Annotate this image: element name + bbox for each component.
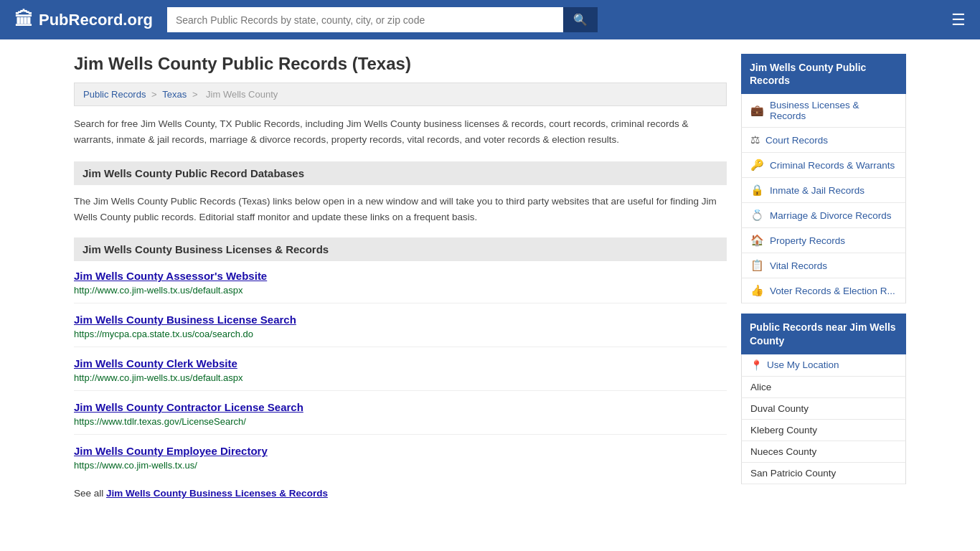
- site-header: 🏛 PubRecord.org 🔍 ☰: [0, 0, 980, 39]
- main-container: Jim Wells County Public Records (Texas) …: [60, 39, 920, 513]
- sidebar-main-title: Jim Wells County Public Records: [741, 54, 906, 94]
- sidebar-main-item[interactable]: ⚖Court Records: [741, 128, 906, 153]
- sidebar-item-label: Court Records: [765, 135, 828, 146]
- sidebar-main-items: 💼Business Licenses & Records⚖Court Recor…: [741, 94, 906, 303]
- site-logo[interactable]: 🏛 PubRecord.org: [14, 9, 153, 31]
- breadcrumb: Public Records > Texas > Jim Wells Count…: [74, 83, 727, 106]
- record-title-link[interactable]: Jim Wells County Employee Directory: [74, 445, 727, 457]
- sidebar-main-item[interactable]: 🔑Criminal Records & Warrants: [741, 153, 906, 178]
- search-input[interactable]: [167, 7, 563, 32]
- breadcrumb-sep-1: >: [151, 89, 159, 100]
- record-url[interactable]: http://www.co.jim-wells.tx.us/default.as…: [74, 372, 243, 383]
- sidebar-main-item[interactable]: 🔒Inmate & Jail Records: [741, 178, 906, 203]
- sidebar-item-icon: 📋: [750, 259, 764, 272]
- see-all-text: See all Jim Wells County Business Licens…: [74, 488, 727, 499]
- breadcrumb-texas[interactable]: Texas: [162, 89, 187, 100]
- record-title-link[interactable]: Jim Wells County Contractor License Sear…: [74, 401, 727, 413]
- record-url[interactable]: https://www.tdlr.texas.gov/LicenseSearch…: [74, 416, 246, 427]
- sidebar-main-item[interactable]: 📋Vital Records: [741, 253, 906, 278]
- record-entry: Jim Wells County Contractor License Sear…: [74, 401, 727, 435]
- sidebar-item-icon: 👍: [750, 284, 764, 297]
- sidebar-nearby-item[interactable]: Kleberg County: [741, 420, 906, 441]
- sidebar: Jim Wells County Public Records 💼Busines…: [741, 54, 906, 499]
- sidebar-main-section: Jim Wells County Public Records 💼Busines…: [741, 54, 906, 303]
- breadcrumb-jim-wells: Jim Wells County: [206, 89, 278, 100]
- sidebar-nearby-item[interactable]: Alice: [741, 377, 906, 398]
- record-url[interactable]: http://www.co.jim-wells.tx.us/default.as…: [74, 285, 243, 296]
- record-title-link[interactable]: Jim Wells County Clerk Website: [74, 357, 727, 369]
- page-description: Search for free Jim Wells County, TX Pub…: [74, 116, 727, 147]
- sidebar-item-label: Property Records: [770, 235, 845, 246]
- sidebar-item-label: Criminal Records & Warrants: [770, 160, 895, 171]
- breadcrumb-public-records[interactable]: Public Records: [83, 89, 146, 100]
- record-title-link[interactable]: Jim Wells County Business License Search: [74, 314, 727, 326]
- sidebar-main-item[interactable]: 💼Business Licenses & Records: [741, 94, 906, 128]
- search-area: 🔍: [167, 7, 598, 32]
- sidebar-item-icon: 🏠: [750, 234, 764, 247]
- sidebar-item-icon: ⚖: [750, 133, 760, 146]
- record-url[interactable]: https://mycpa.cpa.state.tx.us/coa/search…: [74, 329, 253, 339]
- nearby-item-label: Use My Location: [767, 359, 839, 370]
- hamburger-button[interactable]: ☰: [951, 11, 966, 29]
- biz-section-header: Jim Wells County Business Licenses & Rec…: [74, 237, 727, 261]
- content-area: Jim Wells County Public Records (Texas) …: [74, 54, 727, 499]
- sidebar-main-item[interactable]: 👍Voter Records & Election R...: [741, 278, 906, 303]
- record-entry: Jim Wells County Clerk Websitehttp://www…: [74, 357, 727, 391]
- sidebar-item-icon: 💍: [750, 209, 764, 222]
- hamburger-icon: ☰: [951, 11, 966, 29]
- sidebar-main-item[interactable]: 💍Marriage & Divorce Records: [741, 203, 906, 228]
- search-button[interactable]: 🔍: [563, 7, 598, 32]
- sidebar-item-icon: 💼: [750, 104, 764, 117]
- record-entry: Jim Wells County Assessor's Websitehttp:…: [74, 270, 727, 303]
- breadcrumb-sep-2: >: [192, 89, 200, 100]
- logo-icon: 🏛: [14, 9, 33, 31]
- record-entry: Jim Wells County Employee Directoryhttps…: [74, 445, 727, 478]
- sidebar-nearby-item[interactable]: San Patricio County: [741, 463, 906, 484]
- search-icon: 🔍: [573, 14, 588, 26]
- sidebar-nearby-item[interactable]: 📍Use My Location: [741, 354, 906, 377]
- db-description: The Jim Wells County Public Records (Tex…: [74, 194, 727, 225]
- sidebar-item-icon: 🔒: [750, 184, 764, 197]
- sidebar-nearby-items: 📍Use My LocationAliceDuval CountyKleberg…: [741, 354, 906, 484]
- record-url[interactable]: https://www.co.jim-wells.tx.us/: [74, 460, 197, 471]
- location-icon: 📍: [750, 359, 763, 371]
- sidebar-item-label: Voter Records & Election R...: [770, 286, 895, 296]
- sidebar-item-icon: 🔑: [750, 159, 764, 171]
- sidebar-item-label: Inmate & Jail Records: [770, 185, 864, 196]
- sidebar-item-label: Business Licenses & Records: [770, 100, 897, 121]
- records-list: Jim Wells County Assessor's Websitehttp:…: [74, 270, 727, 478]
- record-title-link[interactable]: Jim Wells County Assessor's Website: [74, 270, 727, 282]
- sidebar-nearby-section: Public Records near Jim Wells County 📍Us…: [741, 314, 906, 484]
- logo-text: PubRecord.org: [39, 11, 153, 29]
- sidebar-nearby-item[interactable]: Nueces County: [741, 441, 906, 463]
- page-title: Jim Wells County Public Records (Texas): [74, 54, 727, 74]
- sidebar-nearby-title: Public Records near Jim Wells County: [741, 314, 906, 354]
- sidebar-main-item[interactable]: 🏠Property Records: [741, 228, 906, 253]
- sidebar-item-label: Vital Records: [770, 260, 827, 271]
- sidebar-item-label: Marriage & Divorce Records: [770, 210, 892, 221]
- db-section-header: Jim Wells County Public Record Databases: [74, 161, 727, 185]
- sidebar-nearby-item[interactable]: Duval County: [741, 398, 906, 420]
- see-all-link[interactable]: Jim Wells County Business Licenses & Rec…: [106, 488, 328, 499]
- record-entry: Jim Wells County Business License Search…: [74, 314, 727, 347]
